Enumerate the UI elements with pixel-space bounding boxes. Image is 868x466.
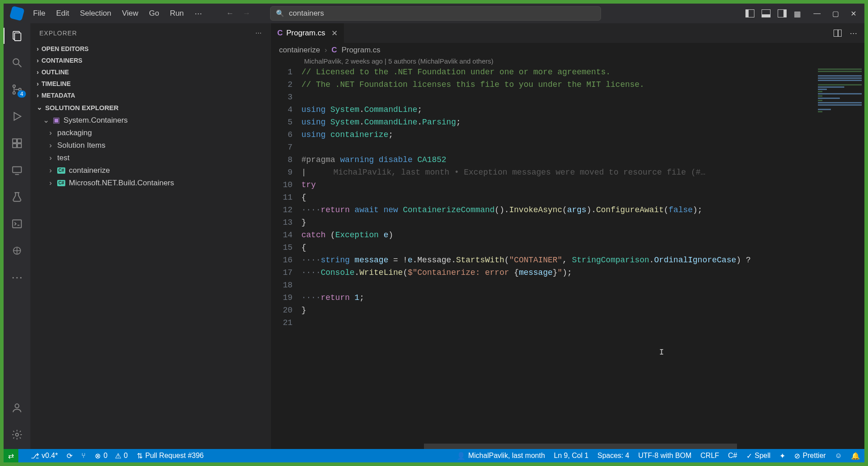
git-branch[interactable]: ⎇v0.4* (31, 452, 58, 460)
menu-file[interactable]: File (29, 7, 50, 20)
chevron-right-icon: › (37, 80, 39, 87)
breadcrumb-file: Program.cs (342, 46, 381, 55)
chevron-down-icon: ⌄ (37, 103, 42, 111)
tab-program-cs[interactable]: C Program.cs ✕ (271, 23, 344, 43)
menu-selection[interactable]: Selection (76, 7, 116, 20)
menu-overflow-icon[interactable]: ⋯ (190, 7, 207, 20)
window-minimize-icon[interactable]: — (813, 9, 821, 18)
svg-point-16 (15, 404, 19, 408)
overflow-icon[interactable]: ⋯ (10, 270, 24, 285)
tree-item-build-containers[interactable]: ›C#Microsoft.NET.Build.Containers (47, 177, 271, 189)
chevron-right-icon: › (47, 141, 54, 150)
section-containers[interactable]: ›CONTAINERS (30, 55, 271, 66)
notifications-icon[interactable]: 🔔 (851, 452, 860, 460)
settings-gear-icon[interactable] (10, 428, 24, 442)
command-center-search[interactable]: 🔍 containers (270, 6, 601, 21)
chevron-down-icon: ⌄ (43, 115, 49, 125)
tree-item-packaging[interactable]: ›packaging (47, 127, 271, 139)
scm-badge: 4 (17, 90, 26, 98)
code-editor[interactable]: 123456789101112131415161718192021 // Lic… (271, 66, 864, 449)
editor-more-icon[interactable]: ⋯ (850, 29, 857, 38)
run-debug-icon[interactable] (10, 109, 24, 124)
misc-status-icon[interactable]: ✦ (779, 452, 785, 460)
svg-point-5 (13, 92, 15, 94)
split-editor-icon[interactable] (834, 30, 842, 37)
sidebar-title-label: EXPLORER (39, 30, 77, 37)
titlebar: File Edit Selection View Go Run ⋯ ← → 🔍 … (4, 4, 864, 23)
window-close-icon[interactable]: ✕ (851, 9, 856, 18)
person-icon: 👤 (457, 452, 466, 460)
search-value: containers (289, 9, 324, 18)
pull-request[interactable]: ⇅Pull Request #396 (137, 452, 204, 460)
svg-rect-10 (13, 144, 17, 148)
solution-root[interactable]: ⌄ ▣ System.Containers (39, 114, 271, 127)
chevron-right-icon: › (47, 154, 54, 162)
solution-icon: ▣ (53, 115, 60, 125)
nav-back-icon[interactable]: ← (226, 9, 234, 18)
breadcrumb-folder: containerize (279, 46, 320, 55)
tree-item-test[interactable]: ›test (47, 152, 271, 164)
explorer-icon[interactable] (10, 29, 24, 43)
search-activity-icon[interactable] (10, 56, 24, 70)
sidebar-more-icon[interactable]: ⋯ (255, 30, 262, 37)
spell-check[interactable]: ✓Spell (746, 452, 771, 460)
chevron-right-icon: › (47, 128, 54, 137)
code-content[interactable]: // Licensed to the .NET Foundation under… (301, 66, 864, 449)
cursor-position[interactable]: Ln 9, Col 1 (554, 452, 589, 460)
problems[interactable]: ⊗0 ⚠0 (95, 452, 127, 460)
graph-icon[interactable]: ⑂ (81, 452, 86, 460)
blame-status[interactable]: 👤MichalPavlik, last month (457, 452, 545, 460)
tree-item-solution-items[interactable]: ›Solution Items (47, 139, 271, 152)
customize-layout-icon[interactable]: ▦ (794, 9, 803, 17)
editor-tabs: C Program.cs ✕ ⋯ (271, 23, 864, 43)
menu-go[interactable]: Go (144, 7, 164, 20)
section-timeline[interactable]: ›TIMELINE (30, 78, 271, 90)
terminal-icon[interactable] (10, 217, 24, 231)
remote-explorer-icon[interactable] (10, 163, 24, 177)
source-control-icon[interactable]: 4 (10, 82, 24, 97)
language-mode[interactable]: C# (728, 452, 737, 460)
chevron-right-icon: › (37, 45, 39, 52)
extensions-icon[interactable] (10, 136, 24, 150)
testing-icon[interactable] (10, 190, 24, 204)
toggle-panel-icon[interactable] (762, 9, 771, 17)
misc-icon[interactable] (10, 244, 24, 258)
pr-icon: ⇅ (137, 452, 143, 460)
chevron-right-icon: › (47, 179, 54, 188)
svg-rect-11 (17, 144, 21, 148)
indentation[interactable]: Spaces: 4 (597, 452, 629, 460)
minimap[interactable] (815, 66, 864, 449)
feedback-icon[interactable]: ☺ (835, 452, 842, 460)
sync-icon[interactable]: ⟳ (67, 452, 72, 460)
window-maximize-icon[interactable]: ▢ (832, 9, 839, 18)
chevron-right-icon: › (37, 57, 39, 64)
eol[interactable]: CRLF (700, 452, 719, 460)
menu-run[interactable]: Run (165, 7, 188, 20)
encoding[interactable]: UTF-8 with BOM (638, 452, 691, 460)
branch-icon: ⎇ (31, 452, 39, 460)
status-bar: ⇄ ⎇v0.4* ⟳ ⑂ ⊗0 ⚠0 ⇅Pull Request #396 👤M… (4, 449, 864, 462)
remote-indicator[interactable]: ⇄ (4, 449, 18, 462)
section-outline[interactable]: ›OUTLINE (30, 66, 271, 78)
section-solution-explorer[interactable]: ⌄SOLUTION EXPLORER (30, 101, 271, 114)
toggle-sidebar-icon[interactable] (745, 9, 754, 17)
error-icon: ⊗ (95, 452, 101, 460)
horizontal-scrollbar[interactable] (424, 444, 737, 449)
chevron-right-icon: › (37, 92, 39, 99)
prettier-status[interactable]: ⊘Prettier (794, 452, 826, 460)
section-open-editors[interactable]: ›OPEN EDITORS (30, 43, 271, 55)
svg-point-4 (13, 85, 15, 87)
nav-forward-icon[interactable]: → (243, 9, 250, 18)
accounts-icon[interactable] (10, 401, 24, 415)
tree-item-containerize[interactable]: ›C#containerize (47, 164, 271, 177)
menu-view[interactable]: View (118, 7, 143, 20)
search-icon: 🔍 (276, 9, 284, 17)
line-numbers-gutter: 123456789101112131415161718192021 (271, 66, 301, 449)
svg-line-3 (18, 64, 21, 67)
tab-close-icon[interactable]: ✕ (331, 29, 338, 38)
codelens-authors[interactable]: MichalPavlik, 2 weeks ago | 5 authors (M… (271, 57, 864, 66)
toggle-secondary-sidebar-icon[interactable] (778, 9, 787, 17)
menu-edit[interactable]: Edit (51, 7, 73, 20)
breadcrumb[interactable]: containerize › C Program.cs (271, 43, 864, 57)
section-metadata[interactable]: ›METADATA (30, 90, 271, 101)
